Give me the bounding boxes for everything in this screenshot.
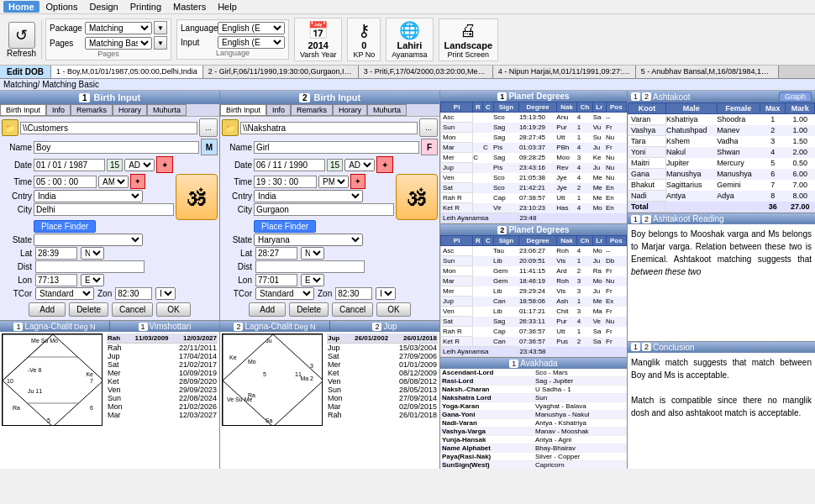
cntry-select-1[interactable]: India	[34, 190, 143, 202]
time-input-1[interactable]	[34, 176, 97, 188]
date-icon-1[interactable]: ✦	[156, 156, 173, 173]
dist-input-1[interactable]	[35, 260, 145, 273]
date-icon-2[interactable]: ✦	[376, 156, 393, 173]
lat-input-2[interactable]	[255, 247, 297, 260]
delete-btn-2[interactable]: Delete	[289, 302, 329, 317]
birth-input-tab-2[interactable]: Birth Input	[220, 104, 266, 116]
era-select-1[interactable]: >AD	[124, 159, 155, 171]
lat-input-1[interactable]	[35, 247, 77, 260]
ashtakoot-reading-text: Boy belongs to Mooshak varga and Ms belo…	[628, 224, 815, 341]
menu-options[interactable]: Options	[41, 1, 83, 13]
name-input-2[interactable]	[254, 141, 419, 154]
ampm-select-2[interactable]: PM	[318, 176, 349, 188]
col2-form: 📁 ... Name F Date 15 AD ✦	[220, 117, 439, 320]
varsh-value: 2014	[300, 40, 336, 50]
era-select-2[interactable]: AD	[344, 159, 375, 171]
package-select[interactable]: Matching	[85, 22, 152, 34]
city-input-2[interactable]	[254, 203, 394, 216]
name-input-1[interactable]	[34, 141, 199, 154]
city-input-1[interactable]	[34, 203, 174, 216]
tab-4[interactable]: 4 - Nipun Harjai,M,01/11/1991,09:27:00,N…	[493, 66, 636, 78]
lon-dir-2[interactable]: E	[301, 274, 324, 286]
col1-bottom-header: 1 Lagna-Chalit Deg N 1 Vimshottari	[0, 321, 219, 332]
planet-deg-table-1: Pl R C Sign Degree Nak Ch Lr Pos AscSco1…	[440, 102, 627, 223]
zon-input-2[interactable]	[335, 287, 372, 300]
tcor-select-2[interactable]: Standard	[255, 287, 314, 300]
lon-dir-1[interactable]: E	[81, 274, 104, 286]
folder-browse-1[interactable]: ...	[199, 118, 218, 137]
gender-btn-1[interactable]: M	[201, 139, 218, 155]
date-input-2[interactable]	[254, 159, 325, 171]
language-select[interactable]: English (E	[218, 22, 285, 34]
dist-input-2[interactable]	[255, 260, 365, 273]
time-input-2[interactable]	[254, 176, 317, 188]
remarks-tab-2[interactable]: Remarks	[291, 104, 333, 116]
zon-dir-1[interactable]: E	[155, 287, 176, 300]
tab-2[interactable]: 2 - Girl,F,06/11/1990,19:30:00,Gurgaon,I…	[203, 66, 359, 78]
state-select-1[interactable]	[34, 234, 143, 246]
lon-input-2[interactable]	[255, 274, 297, 286]
ok-btn-1[interactable]: OK	[156, 302, 190, 317]
time-icon-2[interactable]: ✦	[350, 174, 365, 189]
tab-5[interactable]: 5 - Anubhav Bansal,M,16/08/1984,14:43:00…	[636, 66, 779, 78]
col3: 1 Planet Degrees Pl R C Sign Degree Nak …	[440, 91, 628, 469]
horary-tab-2[interactable]: Horary	[333, 104, 367, 116]
add-btn-1[interactable]: Add	[29, 302, 66, 317]
gender-btn-2[interactable]: F	[421, 139, 438, 155]
zon-input-1[interactable]	[115, 287, 152, 300]
info-tab-2[interactable]: Info	[266, 104, 291, 116]
svg-text:5: 5	[263, 371, 266, 377]
svg-rect-7	[3, 334, 103, 426]
muhurta-tab-2[interactable]: Muhurta	[367, 104, 407, 116]
date-input-1[interactable]	[34, 159, 105, 171]
tab-1[interactable]: 1 - Boy,M,01/01/1987,05:00:00,Delhi,Indi…	[51, 66, 203, 78]
menu-help[interactable]: Help	[213, 1, 242, 13]
lat-dir-1[interactable]: N	[81, 247, 104, 260]
deg-n-label-2: Deg N	[294, 323, 316, 331]
language-section: Language English (E Input English (E Lan…	[176, 19, 289, 60]
menu-masters[interactable]: Masters	[168, 1, 211, 13]
tab-edit-dob[interactable]: Edit DOB	[0, 66, 51, 78]
pages-icon[interactable]: ▼	[154, 36, 167, 50]
main-content: 1 Birth Input Birth Input Info Remarks H…	[0, 91, 815, 469]
folder-path-1[interactable]	[20, 122, 197, 134]
input-select[interactable]: English (E	[218, 36, 285, 49]
cancel-btn-2[interactable]: Cancel	[332, 302, 373, 317]
cancel-btn-1[interactable]: Cancel	[112, 302, 153, 317]
landscape-value: Landscape	[444, 40, 492, 50]
cntry-select-2[interactable]: India	[254, 190, 363, 202]
delete-btn-1[interactable]: Delete	[69, 302, 108, 317]
time-icon-1[interactable]: ✦	[130, 174, 145, 189]
menu-home[interactable]: Home	[3, 1, 39, 13]
lon-input-1[interactable]	[35, 274, 77, 286]
menu-design[interactable]: Design	[84, 1, 123, 13]
avakhada-1: 1 Avakhada Ascendant-LordSco - Mars Rasi…	[440, 358, 627, 469]
menu-printing[interactable]: Printing	[125, 1, 166, 13]
folder-browse-2[interactable]: ...	[419, 118, 438, 137]
add-btn-2[interactable]: Add	[249, 302, 286, 317]
muhurta-tab-1[interactable]: Muhurta	[147, 104, 187, 116]
col1-form: 📁 ... Name M Date 15 >AD ✦	[0, 117, 219, 320]
input-label: Input	[181, 38, 216, 47]
tcor-select-1[interactable]: Standard	[35, 287, 94, 300]
remarks-tab-1[interactable]: Remarks	[71, 104, 113, 116]
ashtakoot-section: 1 2 Ashtakoot Graph Koot Male Female Max…	[628, 91, 815, 213]
state-select-2[interactable]: Haryana	[254, 234, 363, 246]
horary-tab-1[interactable]: Horary	[113, 104, 147, 116]
folder-path-2[interactable]	[240, 122, 418, 134]
place-finder-btn-2[interactable]: Place Finder	[254, 220, 316, 233]
lat-dir-2[interactable]: N	[301, 247, 324, 260]
graph-btn[interactable]: Graph	[779, 92, 812, 102]
info-tab-1[interactable]: Info	[46, 104, 71, 116]
tab-3[interactable]: 3 - Priti,F,17/04/2000,03:20:00,Meerut,I…	[359, 66, 493, 78]
print-screen-label: Print Screen	[444, 50, 492, 59]
ampm-select-1[interactable]: AM	[98, 176, 129, 188]
zon-dir-2[interactable]: E	[376, 287, 396, 300]
refresh-icon[interactable]: ↺	[8, 22, 35, 49]
ok-btn-2[interactable]: OK	[376, 302, 410, 317]
kp-label: KP No	[353, 50, 375, 59]
package-icon[interactable]: ▼	[154, 21, 167, 34]
place-finder-btn-1[interactable]: Place Finder	[34, 220, 96, 233]
birth-input-tab-1[interactable]: Birth Input	[0, 104, 46, 116]
pages-select[interactable]: Matching Basic	[85, 37, 152, 50]
